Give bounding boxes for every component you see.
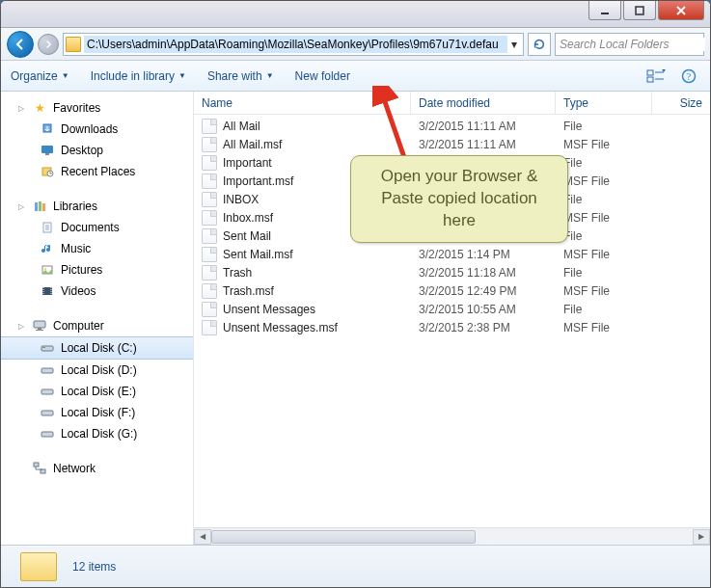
svg-rect-9 bbox=[45, 153, 49, 155]
file-date-cell: 3/2/2015 10:55 AM bbox=[411, 303, 556, 316]
svg-rect-20 bbox=[38, 328, 41, 330]
minimize-button[interactable] bbox=[588, 1, 621, 20]
sidebar-item-videos[interactable]: Videos bbox=[1, 281, 193, 302]
svg-rect-3 bbox=[647, 70, 653, 75]
maximize-button[interactable] bbox=[623, 1, 656, 20]
back-button[interactable] bbox=[7, 31, 34, 58]
file-name-cell: All Mail.msf bbox=[194, 137, 411, 152]
file-icon bbox=[202, 228, 217, 244]
col-name[interactable]: Name bbox=[194, 92, 411, 114]
file-type-cell: MSF File bbox=[556, 174, 652, 188]
sidebar-item-label: Local Disk (F:) bbox=[61, 406, 135, 419]
file-type-cell: File bbox=[556, 303, 652, 316]
include-label: Include in library bbox=[91, 69, 175, 83]
file-type-cell: File bbox=[556, 193, 652, 206]
file-date-cell: 3/2/2015 11:11 AM bbox=[411, 138, 556, 151]
table-row[interactable]: Unsent Messages3/2/2015 10:55 AMFile bbox=[194, 300, 710, 318]
sidebar-item-desktop[interactable]: Desktop bbox=[1, 140, 193, 161]
sidebar-item-disk-f[interactable]: Local Disk (F:) bbox=[1, 402, 193, 423]
libraries-group: ▷ Libraries Documents Music Pictures bbox=[1, 196, 193, 302]
table-row[interactable]: Unsent Messages.msf3/2/2015 2:38 PMMSF F… bbox=[194, 318, 710, 336]
sidebar-item-label: Local Disk (D:) bbox=[61, 363, 137, 377]
scroll-track[interactable] bbox=[211, 529, 693, 545]
file-icon bbox=[202, 283, 217, 299]
file-type-cell: File bbox=[556, 229, 652, 243]
forward-button[interactable] bbox=[38, 34, 59, 55]
table-row[interactable]: All Mail.msf3/2/2015 11:11 AMMSF File bbox=[194, 135, 710, 153]
navbar: ▾ bbox=[1, 28, 710, 61]
file-type-cell: MSF File bbox=[556, 138, 652, 151]
address-bar[interactable]: ▾ bbox=[63, 33, 524, 56]
table-row[interactable]: Trash3/2/2015 11:18 AMFile bbox=[194, 263, 710, 281]
libraries-header[interactable]: ▷ Libraries bbox=[1, 196, 193, 217]
svg-rect-12 bbox=[35, 202, 38, 211]
file-icon bbox=[202, 174, 217, 189]
file-date-cell: 3/2/2015 12:49 PM bbox=[411, 284, 556, 298]
scroll-left-arrow[interactable]: ◀ bbox=[194, 529, 211, 545]
new-folder-button[interactable]: New folder bbox=[295, 69, 350, 83]
scroll-right-arrow[interactable]: ▶ bbox=[693, 529, 710, 545]
star-icon: ★ bbox=[32, 100, 47, 116]
organize-menu[interactable]: Organize▼ bbox=[11, 69, 69, 83]
table-row[interactable]: All Mail3/2/2015 11:11 AMFile bbox=[194, 117, 710, 135]
computer-header[interactable]: ▷ Computer bbox=[1, 315, 193, 336]
sidebar-item-disk-g[interactable]: Local Disk (G:) bbox=[1, 423, 193, 444]
refresh-button[interactable] bbox=[528, 33, 551, 56]
svg-rect-23 bbox=[42, 347, 45, 348]
file-type-cell: File bbox=[556, 120, 652, 133]
svg-rect-8 bbox=[41, 146, 53, 153]
collapse-icon: ▷ bbox=[18, 202, 26, 211]
file-type-cell: MSF File bbox=[556, 248, 652, 261]
drive-icon bbox=[40, 384, 55, 399]
sidebar-item-recent[interactable]: Recent Places bbox=[1, 161, 193, 182]
help-button[interactable]: ? bbox=[677, 66, 700, 87]
search-box[interactable] bbox=[555, 33, 704, 56]
address-dropdown[interactable]: ▾ bbox=[507, 38, 521, 51]
svg-rect-14 bbox=[42, 203, 45, 211]
scroll-thumb[interactable] bbox=[211, 530, 476, 544]
callout-text: Open your Browser & Paste copied locatio… bbox=[381, 167, 538, 229]
share-with-menu[interactable]: Share with▼ bbox=[207, 69, 274, 83]
table-row[interactable]: Trash.msf3/2/2015 12:49 PMMSF File bbox=[194, 281, 710, 300]
table-row[interactable]: Sent Mail.msf3/2/2015 1:14 PMMSF File bbox=[194, 245, 710, 263]
include-library-menu[interactable]: Include in library▼ bbox=[91, 69, 186, 83]
sidebar-item-disk-e[interactable]: Local Disk (E:) bbox=[1, 381, 193, 402]
view-button[interactable] bbox=[644, 66, 668, 87]
sidebar-item-disk-d[interactable]: Local Disk (D:) bbox=[1, 360, 193, 381]
file-name-cell: Unsent Messages.msf bbox=[194, 320, 411, 335]
close-button[interactable] bbox=[658, 1, 704, 20]
sidebar-item-pictures[interactable]: Pictures bbox=[1, 259, 193, 281]
statusbar: 12 items bbox=[1, 545, 710, 587]
status-count: 12 items bbox=[72, 560, 116, 574]
sidebar-item-disk-c[interactable]: Local Disk (C:) bbox=[1, 336, 193, 360]
col-type[interactable]: Type bbox=[556, 92, 652, 114]
sidebar-item-music[interactable]: Music bbox=[1, 238, 193, 259]
col-date[interactable]: Date modified bbox=[411, 92, 556, 114]
network-icon bbox=[32, 461, 47, 476]
sidebar-item-downloads[interactable]: Downloads bbox=[1, 119, 193, 140]
music-icon bbox=[40, 241, 55, 256]
col-size[interactable]: Size bbox=[652, 92, 710, 114]
svg-rect-22 bbox=[41, 346, 53, 351]
favorites-header[interactable]: ▷ ★ Favorites bbox=[1, 97, 193, 119]
address-input[interactable] bbox=[84, 36, 507, 53]
file-icon bbox=[202, 302, 217, 317]
sidebar-item-documents[interactable]: Documents bbox=[1, 217, 193, 238]
network-header[interactable]: ▷ Network bbox=[1, 458, 193, 479]
file-name-cell: Trash bbox=[194, 265, 411, 281]
sidebar: ▷ ★ Favorites Downloads Desktop Recent P… bbox=[1, 92, 194, 545]
sidebar-item-label: Recent Places bbox=[61, 165, 135, 178]
drive-icon bbox=[40, 405, 55, 420]
sidebar-item-label: Documents bbox=[61, 221, 120, 234]
horizontal-scrollbar[interactable]: ◀ ▶ bbox=[194, 527, 710, 545]
drive-icon bbox=[40, 362, 55, 378]
file-type-cell: File bbox=[556, 156, 652, 170]
file-name-cell: All Mail bbox=[194, 119, 411, 134]
sidebar-item-label: Pictures bbox=[61, 263, 102, 277]
sidebar-item-label: Videos bbox=[61, 284, 96, 298]
search-input[interactable] bbox=[560, 38, 705, 51]
sidebar-item-label: Desktop bbox=[61, 144, 103, 157]
drive-icon bbox=[40, 340, 55, 356]
folder-icon bbox=[20, 552, 57, 581]
file-name-cell: Trash.msf bbox=[194, 283, 411, 299]
